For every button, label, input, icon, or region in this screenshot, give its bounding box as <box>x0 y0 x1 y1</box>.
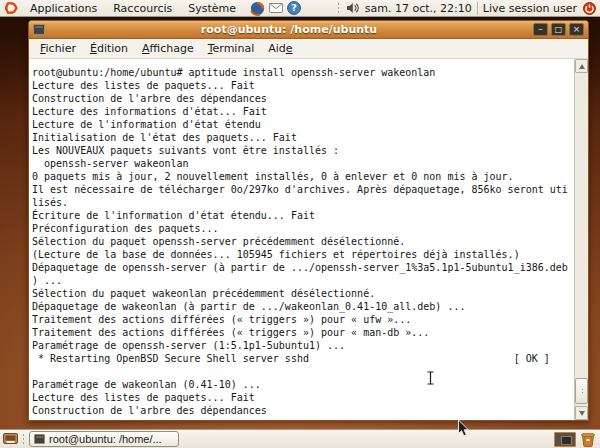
trash-icon[interactable] <box>580 431 596 447</box>
terminal-line: Dépaquetage de openssh-server (à partir … <box>32 261 574 274</box>
svg-text:?: ? <box>291 2 297 13</box>
terminal-menu-terminal[interactable]: Terminal <box>201 40 262 57</box>
ubuntu-logo-icon[interactable] <box>3 1 18 16</box>
terminal-line: 0 paquets mis à jour, 2 nouvellement ins… <box>32 170 574 183</box>
email-icon[interactable] <box>268 1 283 16</box>
panel-separator <box>477 2 478 15</box>
terminal-line: Traitement des actions différées (« trig… <box>32 313 574 326</box>
terminal-line: Construction de l'arbre des dépendances <box>32 404 574 417</box>
task-button-label: root@ubuntu: /home/... <box>49 433 162 445</box>
minimize-button[interactable] <box>533 23 548 36</box>
clock[interactable]: sam. 17 oct., 22:10 <box>365 2 472 15</box>
scroll-down-icon[interactable] <box>575 406 588 420</box>
desktop: ApplicationsRaccourcisSystème <box>0 0 600 448</box>
terminal-line: Il est nécessaire de télécharger 0o/297k… <box>32 183 574 196</box>
user-switcher[interactable]: Live session user <box>483 2 577 15</box>
volume-icon[interactable] <box>345 1 360 16</box>
terminal-line: lisés. <box>32 196 574 209</box>
top-panel-right: sam. 17 oct., 22:10 Live session user <box>337 0 597 16</box>
terminal-line: * Restarting OpenBSD Secure Shell server… <box>32 352 574 365</box>
top-menu-bar: ApplicationsRaccourcisSystème <box>22 0 244 16</box>
terminal-line: Construction de l'arbre des dépendances <box>32 92 574 105</box>
top-panel-left: ApplicationsRaccourcisSystème <box>3 0 301 16</box>
terminal-line: Lecture des informations d'état... Fait <box>32 105 574 118</box>
taskbar-handle[interactable] <box>22 433 25 445</box>
maximize-button[interactable] <box>551 23 566 36</box>
terminal-menu-fichier[interactable]: Fichier <box>33 40 83 57</box>
scrollbar-thumb[interactable] <box>575 378 588 404</box>
window-title: root@ubuntu: /home/ubuntu <box>48 23 530 36</box>
terminal-line: Les NOUVEAUX paquets suivants vont être … <box>32 144 574 157</box>
terminal-line: Écriture de l'information d'état étendu.… <box>32 209 574 222</box>
show-desktop-icon[interactable] <box>3 432 18 446</box>
help-icon[interactable]: ? <box>286 1 301 16</box>
close-button[interactable] <box>569 23 584 36</box>
applet-handle[interactable] <box>337 2 340 14</box>
terminal-line: ) ... <box>32 274 574 287</box>
terminal-line: Sélection du paquet openssh-server précé… <box>32 235 574 248</box>
panel-launchers: ? <box>250 1 301 16</box>
terminal-output[interactable]: root@ubuntu:/home/ubuntu# aptitude insta… <box>29 59 574 420</box>
terminal-body: root@ubuntu:/home/ubuntu# aptitude insta… <box>29 59 588 420</box>
menu-applications[interactable]: Applications <box>22 1 105 16</box>
workspace-switcher[interactable] <box>554 432 576 447</box>
terminal-menu-edition[interactable]: Édition <box>83 40 135 57</box>
task-button-terminal[interactable]: root@ubuntu: /home/... <box>29 431 179 447</box>
terminal-line: (Lecture de la base de données... 105945… <box>32 248 574 261</box>
menu-systeme[interactable]: Système <box>180 1 244 16</box>
terminal-line: Paramétrage de wakeonlan (0.41-10) ... <box>32 378 574 391</box>
shutdown-icon[interactable] <box>582 1 597 16</box>
terminal-line: Dépaquetage de wakeonlan (à partir de ..… <box>32 300 574 313</box>
terminal-line: Préconfiguration des paquets... <box>32 222 574 235</box>
terminal-line: Paramétrage de openssh-server (1:5.1p1-5… <box>32 339 574 352</box>
terminal-line: Initialisation de l'état des paquets... … <box>32 131 574 144</box>
terminal-line: root@ubuntu:/home/ubuntu# aptitude insta… <box>32 66 574 79</box>
firefox-icon[interactable] <box>250 1 265 16</box>
terminal-line: Lecture des listes de paquets... Fait <box>32 79 574 92</box>
terminal-line: Traitement des actions différées (« trig… <box>32 326 574 339</box>
terminal-line <box>32 365 574 378</box>
terminal-menubar: FichierÉditionAffichageTerminalAide <box>29 39 588 59</box>
terminal-menu-aide[interactable]: Aide <box>261 40 299 57</box>
ibeam-cursor <box>426 371 435 388</box>
menu-raccourcis[interactable]: Raccourcis <box>105 1 180 16</box>
terminal-task-icon <box>34 434 45 444</box>
window-titlebar[interactable]: root@ubuntu: /home/ubuntu <box>29 21 588 39</box>
mouse-pointer <box>457 419 470 441</box>
desktop-background: root@ubuntu: /home/ubuntu FichierÉdition… <box>0 17 600 429</box>
bottom-panel: root@ubuntu: /home/... <box>0 429 600 448</box>
terminal-window: root@ubuntu: /home/ubuntu FichierÉdition… <box>28 20 589 421</box>
top-panel: ApplicationsRaccourcisSystème <box>0 0 600 17</box>
terminal-line: openssh-server wakeonlan <box>32 157 574 170</box>
terminal-line: Sélection du paquet wakeonlan précédemme… <box>32 287 574 300</box>
scrollbar[interactable] <box>574 59 588 420</box>
terminal-line: Lecture de l'information d'état étendu <box>32 118 574 131</box>
terminal-line: Lecture des listes de paquets... Fait <box>32 391 574 404</box>
scroll-up-icon[interactable] <box>575 59 588 73</box>
terminal-menu-affichage[interactable]: Affichage <box>135 40 201 57</box>
terminal-window-icon <box>33 24 45 35</box>
